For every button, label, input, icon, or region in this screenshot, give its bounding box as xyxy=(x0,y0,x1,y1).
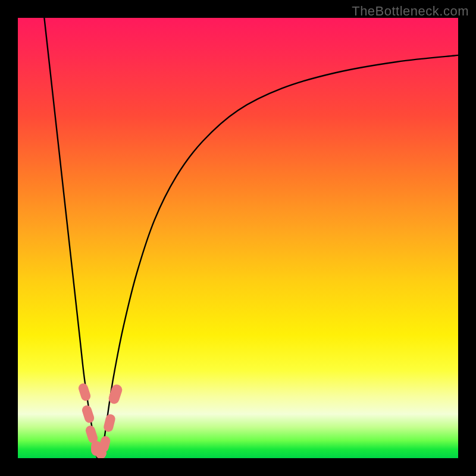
plot-area xyxy=(18,18,458,458)
chart-frame: TheBottleneck.com xyxy=(0,0,476,476)
watermark-text: TheBottleneck.com xyxy=(352,4,469,19)
curve-right-branch xyxy=(102,55,458,458)
